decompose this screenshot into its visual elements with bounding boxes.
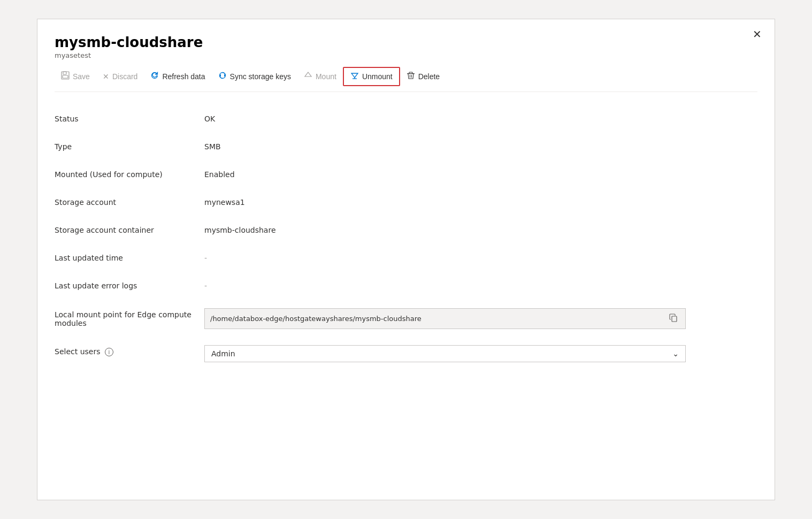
type-label: Type <box>55 133 204 161</box>
storage-container-value: mysmb-cloudshare <box>204 216 757 244</box>
refresh-icon <box>150 71 159 82</box>
svg-rect-2 <box>63 75 68 78</box>
unmount-button[interactable]: Unmount <box>343 67 400 86</box>
save-button[interactable]: Save <box>55 68 96 85</box>
mounted-value: Enabled <box>204 161 757 188</box>
svg-marker-5 <box>305 72 311 77</box>
detail-panel: ✕ mysmb-cloudshare myasetest Save ✕ Disc… <box>37 19 775 500</box>
storage-account-value: mynewsa1 <box>204 188 757 216</box>
mount-icon <box>304 71 312 82</box>
panel-subtitle: myasetest <box>55 51 757 59</box>
last-updated-value: - <box>204 244 757 272</box>
storage-account-label: Storage account <box>55 188 204 216</box>
sync-label: Sync storage keys <box>230 72 291 81</box>
mounted-label: Mounted (Used for compute) <box>55 161 204 188</box>
status-value: OK <box>204 105 757 133</box>
users-selected: Admin <box>211 349 235 358</box>
chevron-down-icon: ⌄ <box>672 349 679 358</box>
svg-rect-1 <box>63 72 66 74</box>
users-dropdown[interactable]: Admin ⌄ <box>204 345 686 362</box>
select-users-label: Select users i <box>55 338 204 366</box>
svg-marker-6 <box>351 73 358 78</box>
unmount-label: Unmount <box>362 72 393 81</box>
local-mount-path: /home/databox-edge/hostgatewayshares/mys… <box>210 315 663 323</box>
sync-button[interactable]: Sync storage keys <box>212 68 297 85</box>
copy-button[interactable] <box>667 312 680 325</box>
panel-title: mysmb-cloudshare <box>55 34 757 50</box>
fields-grid: Status OK Type SMB Mounted (Used for com… <box>55 105 757 370</box>
type-value: SMB <box>204 133 757 161</box>
close-button[interactable]: ✕ <box>753 29 762 40</box>
discard-button[interactable]: ✕ Discard <box>96 69 144 84</box>
discard-label: Discard <box>112 72 137 81</box>
info-icon[interactable]: i <box>105 348 113 356</box>
last-error-logs-value: - <box>204 272 757 300</box>
mount-label: Mount <box>316 72 336 81</box>
copy-input-wrapper: /home/databox-edge/hostgatewayshares/mys… <box>204 308 686 329</box>
status-label: Status <box>55 105 204 133</box>
last-error-logs-label: Last update error logs <box>55 272 204 300</box>
last-updated-label: Last updated time <box>55 244 204 272</box>
storage-container-label: Storage account container <box>55 216 204 244</box>
svg-rect-12 <box>672 316 677 322</box>
toolbar: Save ✕ Discard Refresh data <box>55 67 757 92</box>
unmount-icon <box>350 71 359 82</box>
refresh-button[interactable]: Refresh data <box>144 68 211 85</box>
delete-label: Delete <box>418 72 440 81</box>
refresh-label: Refresh data <box>162 72 205 81</box>
select-users-value[interactable]: Admin ⌄ <box>204 338 757 370</box>
mount-button[interactable]: Mount <box>297 68 343 85</box>
delete-icon <box>407 71 415 82</box>
local-mount-label: Local mount point for Edge compute modul… <box>55 301 204 337</box>
save-label: Save <box>73 72 90 81</box>
sync-icon <box>218 71 227 82</box>
discard-icon: ✕ <box>103 72 109 81</box>
delete-button[interactable]: Delete <box>400 68 446 85</box>
save-icon <box>61 71 70 82</box>
local-mount-value: /home/databox-edge/hostgatewayshares/mys… <box>204 300 757 338</box>
